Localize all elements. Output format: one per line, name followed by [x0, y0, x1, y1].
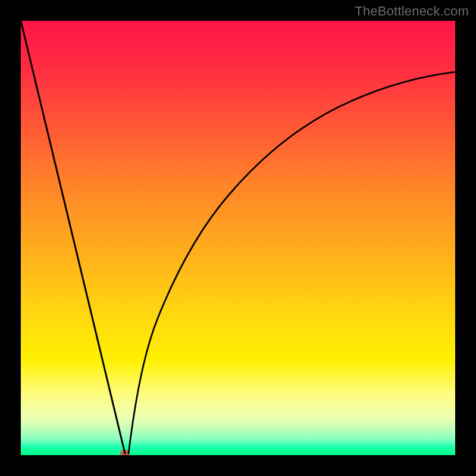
- curve-left-segment: [21, 21, 125, 453]
- curve-layer: [21, 21, 455, 455]
- chart-container: TheBottleneck.com: [0, 0, 476, 476]
- curve-right-segment: [129, 72, 455, 453]
- watermark-text: TheBottleneck.com: [355, 4, 469, 19]
- plot-area: [21, 21, 455, 455]
